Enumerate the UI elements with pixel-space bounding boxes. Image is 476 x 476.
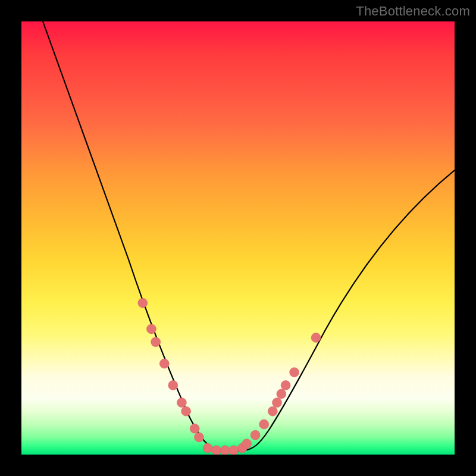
data-marker — [250, 430, 260, 440]
data-marker — [242, 439, 252, 449]
chart-svg — [21, 21, 455, 455]
data-marker — [311, 333, 321, 342]
marker-group — [138, 298, 321, 455]
bottleneck-curve — [43, 21, 455, 451]
data-marker — [146, 324, 156, 334]
data-marker — [203, 443, 212, 453]
data-marker — [277, 389, 286, 399]
data-marker — [212, 446, 221, 455]
data-marker — [259, 419, 269, 429]
data-marker — [194, 433, 203, 442]
plot-area — [21, 21, 455, 455]
data-marker — [281, 381, 290, 390]
watermark-text: TheBottleneck.com — [356, 4, 470, 19]
data-marker — [290, 368, 299, 377]
data-marker — [181, 406, 191, 416]
data-marker — [273, 398, 282, 408]
data-marker — [268, 406, 277, 416]
data-marker — [190, 424, 199, 433]
data-marker — [177, 398, 186, 408]
data-marker — [229, 446, 239, 455]
data-marker — [159, 359, 169, 368]
data-marker — [168, 381, 178, 390]
data-marker — [151, 337, 161, 347]
data-marker — [138, 298, 148, 308]
chart-frame: TheBottleneck.com — [0, 0, 476, 476]
data-marker — [220, 446, 230, 455]
